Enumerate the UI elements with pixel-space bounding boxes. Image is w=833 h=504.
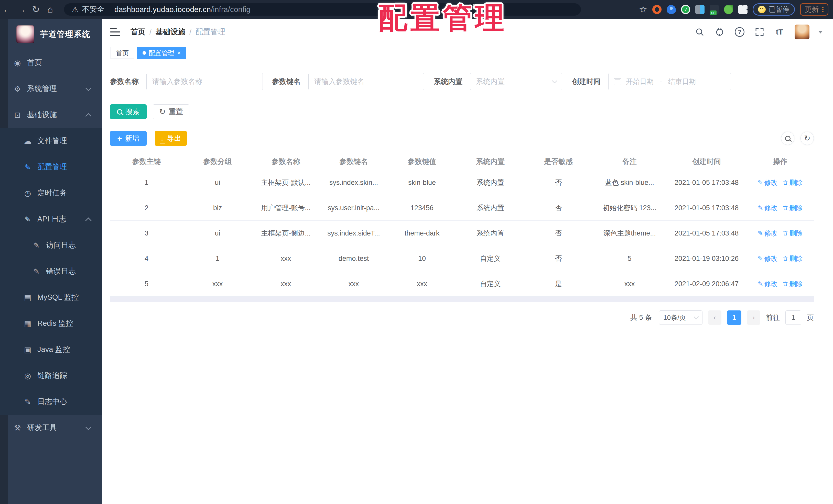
column-header: 参数主键: [110, 157, 183, 167]
delete-link[interactable]: 删除: [783, 229, 803, 238]
sidebar-item-access-log[interactable]: ✎访问日志: [0, 232, 102, 258]
paused-extension-pill[interactable]: 已暂停: [753, 3, 795, 16]
github-icon[interactable]: [715, 27, 724, 37]
delete-label: 删除: [789, 254, 803, 263]
fullscreen-icon[interactable]: [755, 27, 764, 37]
search-button-icon: [117, 109, 122, 115]
extensions-menu-icon[interactable]: [738, 5, 747, 14]
cell-type: 系统内置: [456, 203, 524, 212]
cell-type: 系统内置: [456, 229, 524, 238]
delete-link[interactable]: 删除: [783, 254, 803, 263]
current-page-button[interactable]: 1: [727, 310, 741, 325]
browser-update-button[interactable]: 更新: [800, 3, 828, 16]
sidebar-item-trace[interactable]: ◎链路追踪: [0, 362, 102, 389]
sidebar-item-label: 链路追踪: [38, 371, 67, 381]
cell-name: 用户管理-账号...: [252, 203, 319, 212]
edit-label: 修改: [764, 229, 778, 238]
reset-refresh-icon: ↻: [159, 108, 166, 116]
prev-page-button[interactable]: ‹: [708, 310, 721, 325]
table-horizontal-scrollbar[interactable]: [110, 297, 814, 302]
breadcrumb-item[interactable]: 基础设施: [156, 27, 185, 37]
sidebar-item-file[interactable]: ☁文件管理: [0, 128, 102, 154]
url-path: /infra/config: [211, 5, 251, 14]
font-size-icon[interactable]: tT: [775, 27, 784, 37]
table-row: 41xxxdemo.test10自定义否52021-01-19 03:10:26…: [110, 246, 814, 271]
search-icon[interactable]: [695, 27, 705, 37]
home-icon[interactable]: ⌂: [43, 4, 57, 15]
toggle-search-button[interactable]: [781, 132, 794, 145]
system-type-select[interactable]: 系统内置: [470, 73, 562, 90]
cell-sensitive: 否: [524, 254, 592, 263]
back-icon[interactable]: ←: [0, 4, 14, 15]
app-brand[interactable]: 芋道管理系统: [0, 19, 102, 50]
tab-close-icon[interactable]: ×: [177, 50, 181, 56]
sidebar-item-config[interactable]: ✎配置管理: [0, 154, 102, 180]
reset-button[interactable]: ↻ 重置: [153, 104, 189, 119]
edit-link[interactable]: ✎修改: [758, 254, 778, 263]
add-button[interactable]: + 新增: [110, 131, 147, 146]
extension-orange-icon[interactable]: [652, 5, 662, 14]
sidebar-item-redis[interactable]: ▦Redis 监控: [0, 310, 102, 336]
sidebar-toggle-icon[interactable]: [110, 28, 120, 36]
chevron-down-icon: [552, 78, 557, 83]
sidebar-item-infra[interactable]: ⊡基础设施: [0, 102, 102, 128]
breadcrumb-item[interactable]: 首页: [130, 27, 145, 37]
sidebar-item-system[interactable]: ⚙系统管理: [0, 76, 102, 102]
export-button[interactable]: ↓ 导出: [155, 131, 187, 146]
sidebar-item-error-log[interactable]: ✎错误日志: [0, 258, 102, 284]
edit-link[interactable]: ✎修改: [758, 279, 778, 288]
edit-link[interactable]: ✎修改: [758, 229, 778, 238]
extension-check-icon[interactable]: [681, 5, 690, 14]
extension-puzzle-icon[interactable]: [695, 5, 705, 14]
extension-leaf-icon[interactable]: [724, 5, 733, 14]
extension-translate-icon[interactable]: cn: [710, 5, 719, 14]
reload-icon[interactable]: ↻: [29, 4, 43, 15]
security-warning-icon[interactable]: ⚠: [72, 5, 78, 14]
cell-name: xxx: [252, 280, 319, 288]
sidebar-item-job[interactable]: ◷定时任务: [0, 180, 102, 206]
sidebar-item-home[interactable]: ◉首页: [0, 50, 102, 76]
tab-配置管理[interactable]: 配置管理×: [137, 47, 186, 59]
cell-type: 自定义: [456, 254, 524, 263]
delete-link[interactable]: 删除: [783, 178, 803, 187]
page-size-select[interactable]: 10条/页: [659, 310, 703, 325]
extension-pin-icon[interactable]: [667, 5, 676, 14]
config-edit-icon: ✎: [23, 162, 33, 172]
user-avatar[interactable]: [794, 25, 809, 40]
sidebar-item-label: 访问日志: [46, 240, 76, 250]
goto-page-input[interactable]: [785, 310, 801, 325]
sidebar-item-devtools[interactable]: ⚒研发工具: [0, 415, 102, 441]
delete-link[interactable]: 删除: [783, 279, 803, 288]
date-range-picker[interactable]: 开始日期 - 结束日期: [608, 73, 731, 90]
delete-link[interactable]: 删除: [783, 204, 803, 212]
param-name-input[interactable]: [146, 73, 263, 90]
refresh-table-button[interactable]: ↻: [801, 132, 814, 145]
column-header: 备注: [592, 157, 667, 167]
param-key-input[interactable]: [308, 73, 424, 90]
table-tools: ↻: [781, 132, 814, 145]
help-icon[interactable]: ?: [735, 27, 744, 37]
edit-link[interactable]: ✎修改: [758, 178, 778, 187]
cell-key: sys.index.skin...: [319, 179, 388, 187]
edit-link[interactable]: ✎修改: [758, 204, 778, 212]
tab-首页[interactable]: 首页: [111, 47, 134, 59]
sidebar-item-label: 错误日志: [46, 266, 76, 276]
bookmark-star-icon[interactable]: ☆: [639, 4, 647, 15]
cell-sensitive: 否: [524, 203, 592, 212]
sidebar-item-java[interactable]: ▣Java 监控: [0, 336, 102, 362]
next-page-button[interactable]: ›: [747, 310, 760, 325]
sidebar-item-log-center[interactable]: ✎日志中心: [0, 389, 102, 415]
chevron-up-icon: [85, 217, 91, 224]
trash-icon: [783, 256, 788, 261]
column-header: 创建时间: [667, 157, 746, 167]
user-menu-caret-icon[interactable]: [818, 31, 823, 33]
sidebar-item-mysql[interactable]: ▤MySQL 监控: [0, 284, 102, 310]
column-header: 系统内置: [456, 157, 524, 167]
cloud-upload-icon: ☁: [23, 136, 33, 146]
date-start-placeholder: 开始日期: [626, 77, 653, 86]
browser-menu-icon[interactable]: [822, 7, 824, 12]
forward-icon[interactable]: →: [14, 4, 29, 15]
sidebar-item-api-log[interactable]: ✎API 日志: [0, 206, 102, 232]
search-button[interactable]: 搜索: [110, 104, 147, 119]
paused-label: 已暂停: [769, 5, 789, 14]
